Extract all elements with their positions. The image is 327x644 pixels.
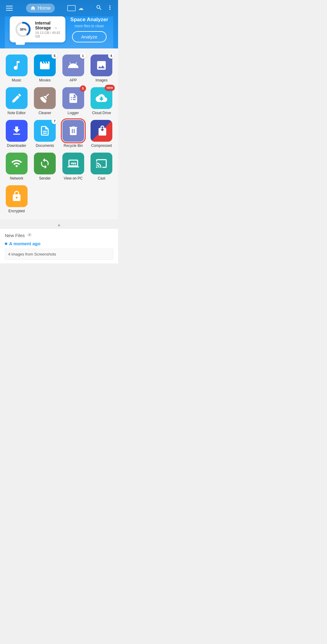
more-options-icon[interactable]: [107, 4, 113, 12]
app-label-documents: Documents: [36, 144, 54, 148]
icon-wrap-sender: [34, 153, 56, 174]
icon-wrap-recycle-bin: [62, 120, 84, 142]
cloud-icon: ☁: [78, 5, 84, 12]
app-item-documents[interactable]: 7Documents: [32, 120, 58, 148]
home-pill[interactable]: Home: [26, 4, 55, 13]
top-bar: Home ☁: [5, 4, 113, 13]
app-item-cast[interactable]: Cast: [89, 153, 115, 180]
icon-wrap-compressed: [91, 120, 112, 142]
app-item-note-editor[interactable]: Note Editor: [4, 87, 30, 115]
moment-dot: [5, 243, 7, 245]
app-item-compressed[interactable]: Compressed: [89, 120, 115, 148]
app-label-view-on-pc: View on PC: [64, 176, 83, 180]
icon-wrap-music: [6, 54, 28, 76]
app-label-note-editor: Note Editor: [8, 111, 26, 115]
app-item-sender[interactable]: Sender: [32, 153, 58, 180]
app-label-network: Network: [10, 176, 23, 180]
app-label-sender: Sender: [39, 176, 51, 180]
app-label-cleaner: Cleaner: [38, 111, 51, 115]
storage-info: Internal Storage → 19.13 GB / 49.82 GB: [35, 21, 61, 38]
icon-wrap-cast: [91, 153, 112, 174]
app-grid: Music5Movies1APP4ImagesNote EditorCleane…: [4, 54, 114, 213]
file-preview: 4 images from Screenshots: [5, 249, 113, 260]
storage-arrow: →: [53, 25, 58, 30]
top-right-actions: [96, 4, 113, 12]
app-item-app[interactable]: 1APP: [60, 54, 86, 82]
storage-name: Internal Storage →: [35, 21, 61, 30]
space-analyzer: Space Analyzer more files to clean Analy…: [70, 17, 108, 42]
app-label-logger: Logger: [68, 111, 79, 115]
icon-wrap-movies: 5: [34, 54, 56, 76]
new-files-section: New Files 👁 A moment ago 4 images from S…: [0, 229, 118, 263]
app-label-music: Music: [12, 78, 21, 82]
storage-size: 19.13 GB / 49.82 GB: [35, 31, 61, 38]
icon-wrap-note-editor: [6, 87, 28, 109]
storage-donut: 38%: [15, 21, 31, 38]
app-item-network[interactable]: Network: [4, 153, 30, 180]
icon-wrap-network: [6, 153, 28, 174]
badge-documents: 7: [51, 118, 58, 124]
icon-wrap-logger: 5: [62, 87, 84, 109]
eye-icon[interactable]: 👁: [27, 233, 32, 238]
app-item-downloader[interactable]: Downloader: [4, 120, 30, 148]
app-item-encrypted[interactable]: Encrypted: [4, 185, 30, 213]
app-item-images[interactable]: 4Images: [89, 54, 115, 82]
badge-images: 4: [108, 53, 114, 59]
analyzer-title: Space Analyzer: [70, 17, 108, 23]
list-view-icon[interactable]: [67, 5, 76, 11]
app-item-movies[interactable]: 5Movies: [32, 54, 58, 82]
icon-wrap-cloud-drive: NEW: [91, 87, 112, 109]
storage-section: 38% Internal Storage → 19.13 GB / 49.82 …: [5, 16, 113, 48]
hamburger-menu[interactable]: [5, 5, 14, 12]
icon-wrap-downloader: [6, 120, 28, 142]
home-label: Home: [38, 5, 51, 11]
app-label-cloud-drive: Cloud Drive: [92, 111, 111, 115]
bottom-arrow: ▲: [0, 219, 118, 229]
icon-wrap-encrypted: [6, 185, 28, 207]
app-item-recycle-bin[interactable]: Recycle Bin: [60, 120, 86, 148]
badge-logger: 5: [80, 85, 86, 91]
app-label-app: APP: [70, 78, 77, 82]
analyzer-subtitle: more files to clean: [70, 24, 108, 28]
app-label-cast: Cast: [98, 176, 105, 180]
icon-wrap-view-on-pc: [62, 153, 84, 174]
view-icons: ☁: [67, 5, 84, 12]
app-grid-section: Music5Movies1APP4ImagesNote EditorCleane…: [0, 48, 118, 219]
home-icon: [30, 5, 36, 11]
app-item-view-on-pc[interactable]: View on PC: [60, 153, 86, 180]
storage-percent: 38%: [20, 28, 26, 31]
app-item-logger[interactable]: 5Logger: [60, 87, 86, 115]
icon-wrap-images: 4: [91, 54, 112, 76]
app-label-recycle-bin: Recycle Bin: [64, 144, 83, 148]
app-label-compressed: Compressed: [91, 144, 112, 148]
app-label-encrypted: Encrypted: [8, 209, 25, 213]
moment-ago: A moment ago: [5, 241, 113, 246]
app-label-movies: Movies: [39, 78, 51, 82]
app-item-music[interactable]: Music: [4, 54, 30, 82]
search-icon[interactable]: [96, 4, 102, 12]
new-badge-cloud-drive: NEW: [105, 85, 115, 91]
new-files-header: New Files 👁: [5, 233, 113, 238]
badge-app: 1: [80, 53, 86, 59]
icon-wrap-app: 1: [62, 54, 84, 76]
app-label-downloader: Downloader: [7, 144, 26, 148]
storage-card[interactable]: 38% Internal Storage → 19.13 GB / 49.82 …: [10, 16, 65, 42]
icon-wrap-cleaner: [34, 87, 56, 109]
new-files-label: New Files: [5, 233, 25, 238]
analyze-button[interactable]: Analyze: [72, 31, 106, 42]
app-item-cleaner[interactable]: Cleaner: [32, 87, 58, 115]
app-item-cloud-drive[interactable]: NEWCloud Drive: [89, 87, 115, 115]
badge-movies: 5: [51, 53, 58, 59]
icon-wrap-documents: 7: [34, 120, 56, 142]
app-label-images: Images: [96, 78, 107, 82]
